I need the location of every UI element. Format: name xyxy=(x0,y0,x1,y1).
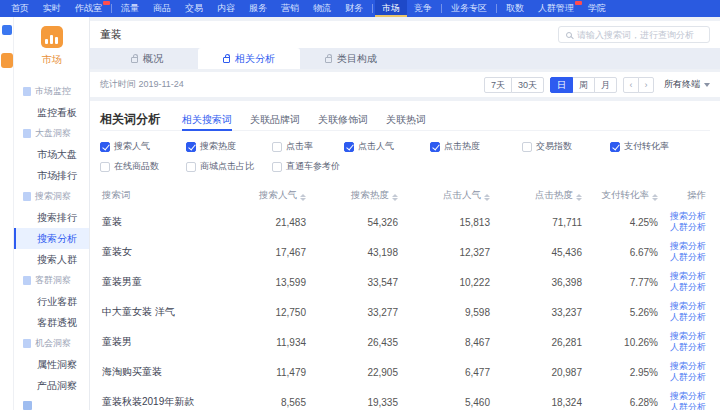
nav-item-home[interactable]: 首页 xyxy=(4,0,36,17)
range-7d-button[interactable]: 7天 xyxy=(484,77,512,93)
search-term-cell: 中大童女装 洋气 xyxy=(100,297,218,327)
metric-search-popularity[interactable]: 搜索人气 xyxy=(100,140,186,153)
checkbox-icon[interactable] xyxy=(272,162,282,172)
next-date-button[interactable]: › xyxy=(638,77,654,93)
search-analysis-link[interactable]: 搜索分析 xyxy=(666,241,706,252)
metric-click-heat[interactable]: 点击热度 xyxy=(430,140,522,153)
search-input[interactable] xyxy=(577,30,702,40)
sort-icon[interactable] xyxy=(652,194,658,201)
sidebar-item-market-ranking[interactable]: 市场排行 xyxy=(14,165,89,186)
nav-item-competition[interactable]: 竞争 xyxy=(407,0,439,17)
checkbox-icon[interactable] xyxy=(100,162,110,172)
range-button-group: 7天 30天 xyxy=(484,77,544,93)
search-analysis-link[interactable]: 搜索分析 xyxy=(666,271,706,282)
checkbox-icon[interactable] xyxy=(186,162,196,172)
nav-item-trade[interactable]: 交易 xyxy=(178,0,210,17)
tab-related-hot-words[interactable]: 关联热词 xyxy=(386,109,426,130)
sidebar-item-market-dashboard[interactable]: 市场大盘 xyxy=(14,144,89,165)
prev-date-button[interactable]: ‹ xyxy=(623,77,639,93)
folder-icon xyxy=(23,401,32,410)
checkbox-icon[interactable] xyxy=(610,142,620,152)
audience-analysis-link[interactable]: 人群分析 xyxy=(666,252,706,263)
metric-mall-click-share[interactable]: 商城点击占比 xyxy=(186,160,272,173)
sidebar-item-search-analysis[interactable]: 搜索分析 xyxy=(14,228,89,249)
sidebar-item-product-insight[interactable]: 产品洞察 xyxy=(14,375,89,396)
lock-icon xyxy=(223,57,230,63)
search-analysis-link[interactable]: 搜索分析 xyxy=(666,331,706,342)
audience-analysis-link[interactable]: 人群分析 xyxy=(666,282,706,293)
tab-related-modifier-words[interactable]: 关联修饰词 xyxy=(318,109,368,130)
checkbox-icon[interactable] xyxy=(522,142,532,152)
audience-analysis-link[interactable]: 人群分析 xyxy=(666,312,706,323)
granularity-week-button[interactable]: 周 xyxy=(572,77,595,93)
sort-icon[interactable] xyxy=(392,194,398,201)
nav-item-market[interactable]: 市场 xyxy=(375,0,407,17)
sidebar-item-search-ranking[interactable]: 搜索排行 xyxy=(14,207,89,228)
search-analysis-link[interactable]: 搜索分析 xyxy=(666,301,706,312)
nav-item-marketing[interactable]: 营销 xyxy=(274,0,306,17)
sidebar-item-attribute-insight[interactable]: 属性洞察 xyxy=(14,354,89,375)
nav-item-realtime[interactable]: 实时 xyxy=(36,0,68,17)
sort-icon[interactable] xyxy=(576,194,582,201)
sidebar-item-search-audience[interactable]: 搜索人群 xyxy=(14,249,89,270)
sidebar-item-industry-customers[interactable]: 行业客群 xyxy=(14,291,89,312)
range-30d-button[interactable]: 30天 xyxy=(511,77,544,93)
checkbox-icon[interactable] xyxy=(272,142,282,152)
new-badge xyxy=(103,1,110,5)
stat-time-label: 统计时间 2019-11-24 xyxy=(100,78,184,91)
col-header-pay-conversion[interactable]: 支付转化率 xyxy=(586,184,662,207)
category-tabs: 概况 相关分析 类目构成 xyxy=(90,48,720,69)
col-header-actions: 操作 xyxy=(662,184,710,207)
search-analysis-link[interactable]: 搜索分析 xyxy=(666,361,706,372)
metric-click-rate[interactable]: 点击率 xyxy=(272,140,344,153)
tab-category-composition[interactable]: 类目构成 xyxy=(300,48,402,69)
checkbox-icon[interactable] xyxy=(344,142,354,152)
granularity-day-button[interactable]: 日 xyxy=(550,77,573,93)
sidebar-item-customer-perspective[interactable]: 客群透视 xyxy=(14,312,89,333)
nav-item-service[interactable]: 服务 xyxy=(242,0,274,17)
nav-item-traffic[interactable]: 流量 xyxy=(114,0,146,17)
nav-item-war-room[interactable]: 作战室 xyxy=(68,0,109,17)
date-step-group: ‹ › xyxy=(623,77,654,93)
metric-online-items[interactable]: 在线商品数 xyxy=(100,160,186,173)
nav-item-data-fetch[interactable]: 取数 xyxy=(499,0,531,17)
checkbox-icon[interactable] xyxy=(186,142,196,152)
sidebar-group-customer-insight: 客群洞察 xyxy=(14,270,89,291)
checkbox-icon[interactable] xyxy=(100,142,110,152)
tab-related-search-words[interactable]: 相关搜索词 xyxy=(182,109,232,130)
checkbox-icon[interactable] xyxy=(430,142,440,152)
table-row: 中大童女装 洋气 12,75033,2779,59833,2375.26% 搜索… xyxy=(100,297,710,327)
metric-search-heat[interactable]: 搜索热度 xyxy=(186,140,272,153)
nav-item-business-zone[interactable]: 业务专区 xyxy=(444,0,494,17)
sort-icon[interactable] xyxy=(300,194,306,201)
col-header-search-heat[interactable]: 搜索热度 xyxy=(310,184,402,207)
sidebar-item-monitor-board[interactable]: 监控看板 xyxy=(14,102,89,123)
search-analysis-link[interactable]: 搜索分析 xyxy=(666,211,706,222)
col-header-click-heat[interactable]: 点击热度 xyxy=(494,184,586,207)
metric-trade-index[interactable]: 交易指数 xyxy=(522,140,610,153)
sidebar-menu: 市场监控 监控看板 大盘洞察 市场大盘 市场排行 搜索洞察 搜索排行 搜索分析 … xyxy=(14,81,89,410)
search-analysis-link[interactable]: 搜索分析 xyxy=(666,391,706,402)
col-header-click-popularity[interactable]: 点击人气 xyxy=(402,184,494,207)
nav-divider xyxy=(496,4,497,13)
granularity-month-button[interactable]: 月 xyxy=(594,77,617,93)
audience-analysis-link[interactable]: 人群分析 xyxy=(666,342,706,353)
tab-related-analysis[interactable]: 相关分析 xyxy=(198,48,300,69)
terminal-filter-dropdown[interactable]: 所有终端 xyxy=(664,78,710,91)
tab-related-brand-words[interactable]: 关联品牌词 xyxy=(250,109,300,130)
audience-analysis-link[interactable]: 人群分析 xyxy=(666,402,706,410)
metric-pay-conversion[interactable]: 支付转化率 xyxy=(610,140,710,153)
sort-icon[interactable] xyxy=(484,194,490,201)
nav-item-product[interactable]: 商品 xyxy=(146,0,178,17)
audience-analysis-link[interactable]: 人群分析 xyxy=(666,372,706,383)
nav-item-logistics[interactable]: 物流 xyxy=(306,0,338,17)
metric-ztc-reference-price[interactable]: 直通车参考价 xyxy=(272,160,344,173)
metric-click-popularity[interactable]: 点击人气 xyxy=(344,140,430,153)
col-header-search-popularity[interactable]: 搜索人气 xyxy=(218,184,310,207)
tab-overview[interactable]: 概况 xyxy=(96,48,198,69)
nav-item-content[interactable]: 内容 xyxy=(210,0,242,17)
nav-item-academy[interactable]: 学院 xyxy=(581,0,613,17)
nav-item-audience-management[interactable]: 人群管理 xyxy=(531,0,581,17)
audience-analysis-link[interactable]: 人群分析 xyxy=(666,222,706,233)
nav-item-finance[interactable]: 财务 xyxy=(338,0,370,17)
